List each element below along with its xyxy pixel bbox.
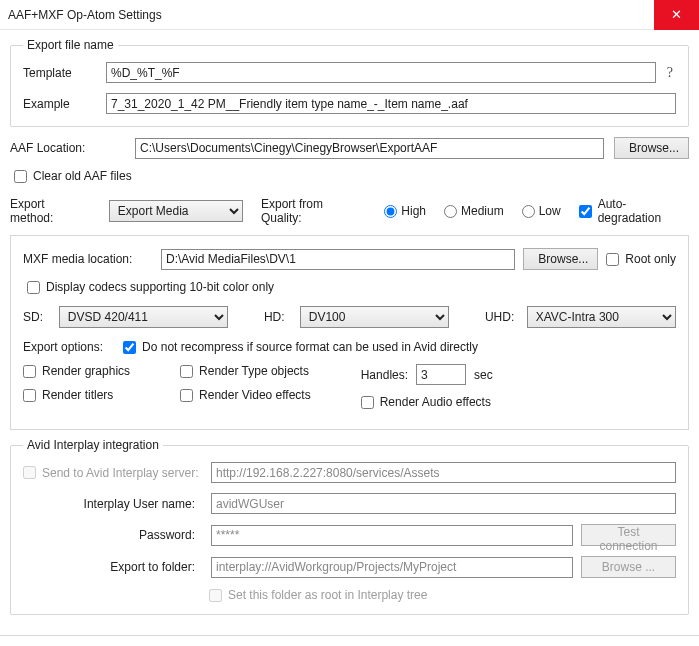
- mxf-browse-button[interactable]: Browse...: [523, 248, 598, 270]
- send-to-interplay-checkbox[interactable]: Send to Avid Interplay server:: [23, 466, 203, 480]
- help-icon[interactable]: ?: [664, 65, 676, 81]
- aaf-location-input[interactable]: [135, 138, 604, 159]
- render-graphics-checkbox[interactable]: Render graphics: [23, 364, 130, 378]
- render-titlers-checkbox[interactable]: Render titlers: [23, 388, 130, 402]
- hd-label: HD:: [264, 310, 292, 324]
- template-label: Template: [23, 66, 98, 80]
- clear-old-aaf-label: Clear old AAF files: [33, 169, 132, 183]
- quality-high-radio[interactable]: High: [384, 204, 426, 218]
- render-audio-checkbox[interactable]: Render Audio effects: [361, 395, 493, 409]
- sd-select[interactable]: DVSD 420/411: [59, 306, 228, 328]
- export-method-select[interactable]: Export Media: [109, 200, 243, 222]
- interplay-pass-input: [211, 525, 573, 546]
- interplay-server-input: [211, 462, 676, 483]
- quality-medium-radio[interactable]: Medium: [444, 204, 504, 218]
- root-only-checkbox[interactable]: Root only: [606, 252, 676, 266]
- interplay-user-input: [211, 493, 676, 514]
- template-input[interactable]: [106, 62, 656, 83]
- export-quality-label: Export from Quality:: [261, 197, 366, 225]
- interplay-browse-button: Browse ...: [581, 556, 676, 578]
- render-video-checkbox[interactable]: Render Video effects: [180, 388, 311, 402]
- test-connection-button: Test connection: [581, 524, 676, 546]
- window-title: AAF+MXF Op-Atom Settings: [8, 8, 162, 22]
- mxf-location-label: MXF media location:: [23, 252, 153, 266]
- display-10bit-checkbox[interactable]: Display codecs supporting 10-bit color o…: [27, 280, 676, 294]
- interplay-legend: Avid Interplay integration: [23, 438, 163, 452]
- interplay-pass-label: Password:: [23, 528, 203, 542]
- no-recompress-checkbox[interactable]: Do not recompress if source format can b…: [123, 340, 478, 354]
- example-output: [106, 93, 676, 114]
- export-file-name-legend: Export file name: [23, 38, 118, 52]
- close-icon[interactable]: ✕: [654, 0, 699, 30]
- aaf-browse-button[interactable]: Browse...: [614, 137, 689, 159]
- quality-low-radio[interactable]: Low: [522, 204, 561, 218]
- export-folder-label: Export to folder:: [23, 560, 203, 574]
- mxf-location-input[interactable]: [161, 249, 515, 270]
- export-file-name-group: Export file name Template ? Example: [10, 38, 689, 127]
- set-as-root-checkbox: Set this folder as root in Interplay tre…: [209, 588, 427, 602]
- sd-label: SD:: [23, 310, 51, 324]
- hd-select[interactable]: DV100: [300, 306, 449, 328]
- aaf-location-label: AAF Location:: [10, 141, 125, 155]
- export-folder-input: [211, 557, 573, 578]
- interplay-user-label: Interplay User name:: [23, 497, 203, 511]
- uhd-select[interactable]: XAVC-Intra 300: [527, 306, 676, 328]
- export-options-label: Export options:: [23, 340, 103, 354]
- export-method-label: Export method:: [10, 197, 91, 225]
- handles-label: Handles:: [361, 368, 408, 382]
- mxf-group: MXF media location: Browse... Root only …: [10, 235, 689, 430]
- auto-degradation-checkbox[interactable]: Auto-degradation: [579, 197, 689, 225]
- handles-unit: sec: [474, 368, 493, 382]
- handles-input[interactable]: [416, 364, 466, 385]
- uhd-label: UHD:: [485, 310, 519, 324]
- example-label: Example: [23, 97, 98, 111]
- clear-old-aaf-checkbox[interactable]: [14, 170, 27, 183]
- render-type-checkbox[interactable]: Render Type objects: [180, 364, 311, 378]
- interplay-group: Avid Interplay integration Send to Avid …: [10, 438, 689, 615]
